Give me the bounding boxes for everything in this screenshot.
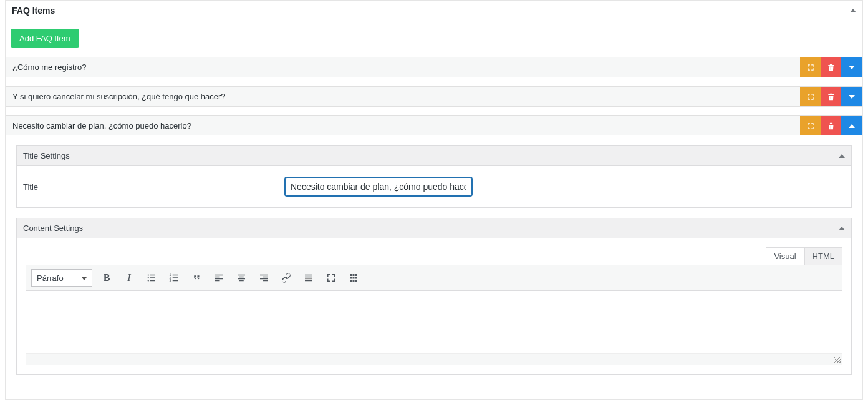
faq-item-actions [800, 87, 862, 106]
svg-rect-33 [355, 277, 357, 279]
tab-visual[interactable]: Visual [766, 247, 804, 265]
trash-icon[interactable] [821, 87, 841, 106]
faq-list: ¿Cómo me registro? Y si qu [6, 57, 862, 385]
align-left-button[interactable] [211, 270, 227, 286]
editor-statusbar [26, 353, 842, 365]
toggle-icon[interactable] [841, 57, 862, 77]
svg-rect-12 [215, 275, 223, 276]
editor-tabs: Visual HTML [26, 247, 842, 265]
svg-point-0 [148, 274, 149, 275]
svg-text:3: 3 [170, 278, 171, 282]
content-settings-heading: Content Settings [23, 223, 83, 233]
fullscreen-button[interactable] [323, 270, 339, 286]
faq-item-row[interactable]: Necesito cambiar de plan, ¿cómo puedo ha… [6, 115, 862, 135]
svg-rect-21 [263, 277, 268, 278]
trash-icon[interactable] [821, 57, 841, 77]
title-input[interactable] [285, 177, 472, 196]
resize-grip-icon[interactable] [834, 357, 841, 363]
insert-more-button[interactable] [301, 270, 317, 286]
expand-icon[interactable] [800, 57, 821, 77]
svg-rect-23 [263, 280, 268, 282]
editor-content[interactable] [26, 291, 842, 353]
svg-rect-36 [355, 280, 357, 282]
metabox-header: FAQ Items [6, 1, 862, 21]
format-select[interactable]: Párrafo [31, 269, 92, 287]
svg-rect-28 [350, 274, 352, 276]
editor-box: Párrafo B I 123 [26, 265, 842, 365]
svg-rect-7 [173, 275, 178, 276]
svg-rect-11 [173, 280, 178, 282]
align-center-button[interactable] [233, 270, 249, 286]
faq-item-row[interactable]: ¿Cómo me registro? [6, 57, 862, 77]
faq-item-title: ¿Cómo me registro? [6, 57, 800, 77]
collapse-group-icon[interactable] [839, 154, 845, 158]
svg-rect-27 [305, 280, 312, 282]
svg-rect-16 [238, 275, 245, 276]
numbered-list-button[interactable]: 123 [166, 270, 182, 286]
bullet-list-button[interactable] [143, 270, 160, 286]
collapse-group-icon[interactable] [839, 227, 845, 230]
svg-rect-24 [305, 275, 312, 276]
svg-rect-5 [150, 280, 155, 282]
svg-rect-17 [239, 277, 244, 278]
svg-rect-26 [305, 278, 312, 280]
svg-rect-25 [305, 277, 312, 278]
svg-point-2 [148, 277, 149, 278]
svg-rect-29 [353, 274, 355, 276]
tab-html[interactable]: HTML [804, 247, 842, 265]
blockquote-button[interactable] [188, 270, 205, 286]
metabox-title: FAQ Items [12, 6, 55, 16]
align-right-button[interactable] [256, 270, 272, 286]
expand-icon[interactable] [800, 87, 821, 106]
add-faq-button[interactable]: Add FAQ Item [11, 29, 79, 48]
faq-item-actions [800, 57, 862, 77]
svg-rect-35 [353, 280, 355, 282]
faq-item-panel: Title Settings Title Content Settings [6, 135, 862, 385]
svg-rect-15 [215, 280, 220, 282]
italic-button[interactable]: I [121, 270, 137, 286]
svg-rect-14 [215, 278, 223, 280]
svg-rect-13 [215, 277, 220, 278]
svg-rect-9 [173, 277, 178, 278]
svg-rect-32 [353, 277, 355, 279]
svg-rect-1 [150, 275, 155, 276]
svg-rect-18 [238, 278, 245, 280]
svg-point-4 [148, 280, 149, 281]
bold-button[interactable]: B [99, 270, 115, 286]
link-button[interactable] [278, 270, 294, 286]
toggle-icon[interactable] [841, 116, 862, 135]
title-settings-group: Title Settings Title [16, 145, 852, 208]
content-settings-group: Content Settings Visual HTML Párrafo [16, 218, 852, 375]
svg-rect-30 [355, 274, 357, 276]
collapse-metabox-icon[interactable] [850, 9, 856, 12]
svg-rect-3 [150, 277, 155, 278]
svg-rect-19 [239, 280, 244, 282]
svg-rect-22 [260, 278, 268, 280]
faq-item-actions [800, 116, 862, 135]
trash-icon[interactable] [821, 116, 841, 135]
faq-item-title: Y si quiero cancelar mi suscripción, ¿qu… [6, 87, 800, 106]
svg-rect-20 [260, 275, 268, 276]
svg-rect-34 [350, 280, 352, 282]
svg-rect-31 [350, 277, 352, 279]
title-settings-heading: Title Settings [23, 151, 70, 160]
faq-item-title: Necesito cambiar de plan, ¿cómo puedo ha… [6, 116, 800, 135]
title-label: Title [23, 182, 272, 192]
faq-item-row[interactable]: Y si quiero cancelar mi suscripción, ¿qu… [6, 86, 862, 107]
toggle-icon[interactable] [841, 87, 862, 106]
expand-icon[interactable] [800, 116, 821, 135]
toolbar-toggle-button[interactable] [345, 270, 362, 286]
editor-toolbar: Párrafo B I 123 [26, 265, 842, 291]
